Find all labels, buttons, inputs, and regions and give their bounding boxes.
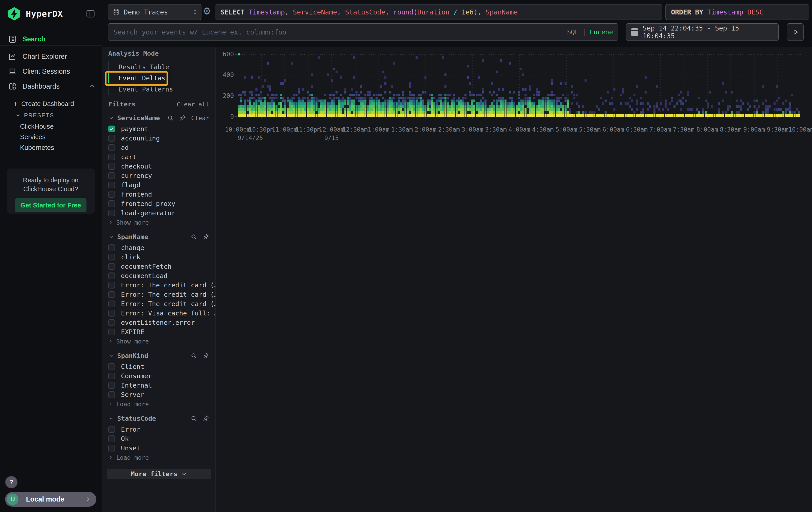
checkbox-unchecked[interactable]	[108, 263, 115, 270]
filter-option-checkout[interactable]: checkout	[108, 162, 209, 171]
filter-option-frontend-proxy[interactable]: frontend-proxy	[108, 199, 209, 208]
search-icon[interactable]	[191, 415, 197, 422]
checkbox-unchecked[interactable]	[108, 382, 115, 389]
checkbox-unchecked[interactable]	[108, 191, 115, 198]
checkbox-unchecked[interactable]	[108, 163, 115, 170]
pin-icon[interactable]	[203, 415, 209, 422]
pin-icon[interactable]	[203, 352, 209, 359]
filter-option-documentfetch[interactable]: documentFetch	[108, 262, 209, 271]
checkbox-unchecked[interactable]	[108, 310, 115, 317]
filter-option-change[interactable]: change	[108, 243, 209, 252]
sql-mode-button[interactable]: SQL	[567, 28, 579, 36]
checkbox-checked[interactable]	[108, 126, 115, 132]
filter-option-eventlistener-error[interactable]: eventListener.error	[108, 318, 209, 327]
filter-option-error[interactable]: Error	[108, 425, 209, 434]
sidebar-item-chart-explorer[interactable]: Chart Explorer	[0, 51, 102, 62]
more-filters-button[interactable]: More filters	[107, 469, 211, 479]
search-icon[interactable]	[191, 352, 197, 359]
checkbox-unchecked[interactable]	[108, 319, 115, 326]
filter-option-consumer[interactable]: Consumer	[108, 371, 209, 381]
sidebar-item-dashboards[interactable]: Dashboards	[0, 81, 102, 92]
checkbox-unchecked[interactable]	[108, 426, 115, 433]
analysis-mode-results-table[interactable]: Results Table	[109, 61, 209, 73]
filter-option-currency[interactable]: currency	[108, 171, 209, 180]
sql-select-editor[interactable]: SELECT Timestamp, ServiceName, StatusCod…	[215, 4, 662, 20]
filter-option-internal[interactable]: Internal	[108, 381, 209, 390]
duration-heatmap-canvas[interactable]	[238, 52, 801, 122]
filter-option-server[interactable]: Server	[108, 390, 209, 399]
sidebar-item-client-sessions[interactable]: Client Sessions	[0, 66, 102, 77]
filter-option-client[interactable]: Client	[108, 362, 209, 371]
time-range-picker[interactable]: Sep 14 22:04:35 - Sep 15 10:04:35	[626, 23, 779, 41]
checkbox-unchecked[interactable]	[108, 282, 115, 289]
filter-option-unset[interactable]: Unset	[108, 443, 209, 453]
filter-option-load-generator[interactable]: load-generator	[108, 208, 209, 218]
filter-section-header[interactable]: SpanName	[108, 232, 209, 242]
filter-option-frontend[interactable]: frontend	[108, 190, 209, 199]
pin-icon[interactable]	[203, 234, 209, 240]
show-more-button[interactable]: Show more	[108, 218, 209, 227]
checkbox-unchecked[interactable]	[108, 172, 115, 179]
checkbox-unchecked[interactable]	[108, 272, 115, 279]
filter-option-error-visa-cache-full[interactable]: Error: Visa cache full: …	[108, 308, 209, 318]
filter-option-documentload[interactable]: documentLoad	[108, 271, 209, 280]
checkbox-unchecked[interactable]	[108, 291, 115, 298]
checkbox-unchecked[interactable]	[108, 182, 115, 188]
analysis-mode-event-deltas[interactable]: Event Deltas	[109, 73, 209, 84]
search-input[interactable]	[113, 28, 563, 36]
run-query-button[interactable]	[787, 23, 804, 41]
checkbox-unchecked[interactable]	[108, 154, 115, 160]
filter-option-error-the-credit-card[interactable]: Error: The credit card (…	[108, 290, 209, 299]
source-settings-gear-icon[interactable]: ⚙	[203, 5, 211, 17]
checkbox-unchecked[interactable]	[108, 373, 115, 379]
get-started-button[interactable]: Get Started for Free	[15, 198, 86, 212]
filter-section-header[interactable]: SpanKind	[108, 351, 209, 360]
load-more-button[interactable]: Load more	[108, 453, 209, 462]
load-more-button[interactable]: Load more	[108, 399, 209, 409]
checkbox-unchecked[interactable]	[108, 200, 115, 207]
checkbox-unchecked[interactable]	[108, 363, 115, 370]
checkbox-unchecked[interactable]	[108, 135, 115, 141]
clear-section-button[interactable]: Clear	[191, 115, 209, 122]
filter-option-error-the-credit-card[interactable]: Error: The credit card (…	[108, 280, 209, 290]
filter-option-click[interactable]: click	[108, 252, 209, 262]
checkbox-unchecked[interactable]	[108, 329, 115, 335]
filter-option-expire[interactable]: EXPIRE	[108, 327, 209, 336]
filter-option-error-the-credit-card[interactable]: Error: The credit card (…	[108, 299, 209, 308]
checkbox-unchecked[interactable]	[108, 144, 115, 151]
filter-section-header[interactable]: ServiceNameClear	[108, 113, 209, 123]
pin-icon[interactable]	[179, 115, 186, 121]
filter-option-ok[interactable]: Ok	[108, 434, 209, 443]
create-dashboard-button[interactable]: + Create Dashboard	[13, 99, 74, 109]
source-select[interactable]: Demo Traces	[108, 4, 201, 20]
sidebar-item-kubernetes[interactable]: Kubernetes	[20, 142, 54, 153]
filter-option-flagd[interactable]: flagd	[108, 180, 209, 190]
checkbox-unchecked[interactable]	[108, 244, 115, 251]
help-button[interactable]: ?	[5, 476, 18, 488]
presets-toggle[interactable]: PRESETS	[15, 110, 54, 120]
lucene-mode-button[interactable]: Lucene	[590, 28, 613, 36]
search-icon[interactable]	[167, 115, 174, 121]
analysis-mode-event-patterns[interactable]: Event Patterns	[109, 84, 209, 95]
app-logo[interactable]: HyperDX	[7, 7, 63, 21]
checkbox-unchecked[interactable]	[108, 435, 115, 442]
chevron-up-icon[interactable]	[89, 83, 95, 90]
show-more-button[interactable]: Show more	[108, 336, 209, 346]
checkbox-unchecked[interactable]	[108, 445, 115, 452]
filter-option-cart[interactable]: cart	[108, 152, 209, 162]
sidebar-item-services[interactable]: Services	[20, 132, 46, 142]
filter-option-payment[interactable]: payment	[108, 124, 209, 134]
filter-option-ad[interactable]: ad	[108, 143, 209, 152]
sidebar-item-search[interactable]: Search	[0, 33, 102, 45]
checkbox-unchecked[interactable]	[108, 300, 115, 307]
checkbox-unchecked[interactable]	[108, 254, 115, 261]
order-by-editor[interactable]: ORDER BY Timestamp DESC	[665, 4, 809, 20]
sidebar-item-clickhouse[interactable]: ClickHouse	[20, 121, 54, 132]
checkbox-unchecked[interactable]	[108, 210, 115, 216]
sidebar-collapse-icon[interactable]	[86, 9, 95, 19]
clear-all-button[interactable]: Clear all	[177, 101, 209, 108]
filter-section-header[interactable]: StatusCode	[108, 413, 209, 423]
search-icon[interactable]	[191, 234, 197, 240]
filter-option-accounting[interactable]: accounting	[108, 134, 209, 143]
checkbox-unchecked[interactable]	[108, 392, 115, 398]
